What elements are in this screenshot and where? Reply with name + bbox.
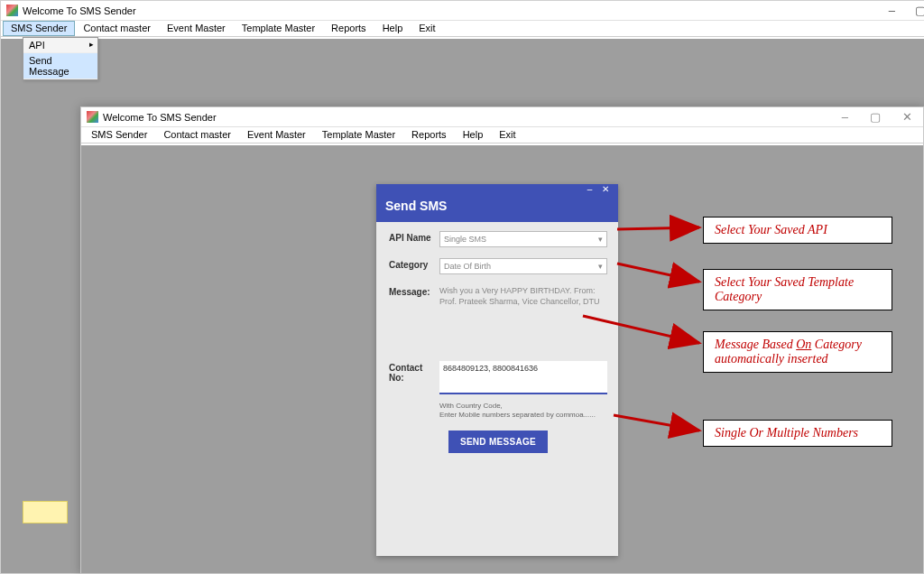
category-select[interactable]: Date Of Birth ▾	[439, 258, 607, 274]
contact-no-input[interactable]: 8684809123, 8800841636	[439, 361, 607, 394]
back-menubar: SMS Sender Contact master Event Master T…	[1, 21, 924, 37]
dialog-window-controls[interactable]: – ✕	[587, 184, 613, 194]
dialog-title: Send SMS	[376, 195, 618, 222]
api-name-label: API Name	[389, 231, 439, 247]
message-label: Message:	[389, 285, 439, 307]
callout-category: Select Your Saved Template Category	[703, 269, 892, 310]
back-titlebar: Welcome To SMS Sender – ▢ ✕	[1, 1, 924, 21]
callout-api: Select Your Saved API	[703, 217, 892, 244]
dropdown-caret-icon: ▾	[598, 262, 603, 271]
front-menubar: SMS Sender Contact master Event Master T…	[81, 127, 923, 144]
front-close-button[interactable]: ✕	[899, 107, 916, 129]
api-name-select[interactable]: Single SMS ▾	[439, 231, 607, 247]
front-menu-sms-sender[interactable]: SMS Sender	[83, 127, 155, 143]
front-menu-exit[interactable]: Exit	[491, 127, 523, 143]
back-menu-contact-master[interactable]: Contact master	[75, 21, 159, 36]
front-titlebar: Welcome To SMS Sender – ▢ ✕	[81, 107, 923, 127]
callout-contact: Single Or Multiple Numbers	[703, 420, 892, 447]
submenu-arrow-icon: ▸	[89, 40, 94, 49]
message-text: Wish you a Very HAPPY BIRTHDAY. From: Pr…	[439, 285, 607, 307]
yellow-note	[23, 501, 68, 523]
send-sms-form: API Name Single SMS ▾ Category Date Of B…	[376, 222, 618, 460]
front-menu-contact-master[interactable]: Contact master	[155, 127, 239, 143]
dialog-chrome: – ✕	[376, 184, 618, 195]
front-title: Welcome To SMS Sender	[103, 107, 217, 127]
app-icon	[87, 111, 98, 123]
dropdown-send-message-label: Send Message	[29, 55, 69, 77]
back-menu-sms-sender[interactable]: SMS Sender	[3, 21, 75, 36]
front-menu-event-master[interactable]: Event Master	[239, 127, 314, 143]
back-menu-help[interactable]: Help	[374, 21, 411, 36]
front-menu-help[interactable]: Help	[455, 127, 492, 143]
back-menu-event-master[interactable]: Event Master	[159, 21, 234, 36]
callout-message: Message Based On Category automatically …	[703, 331, 892, 373]
contact-no-label: Contact No:	[389, 361, 439, 420]
send-message-button[interactable]: SEND MESSAGE	[448, 430, 548, 453]
front-minimize-button[interactable]: –	[838, 107, 852, 129]
send-sms-dialog: – ✕ Send SMS API Name Single SMS ▾ Categ…	[376, 184, 618, 556]
back-minimize-button[interactable]: –	[885, 1, 899, 21]
category-value: Date Of Birth	[444, 262, 491, 271]
back-title: Welcome To SMS Sender	[23, 1, 136, 21]
app-icon	[6, 5, 18, 16]
api-name-value: Single SMS	[444, 235, 486, 244]
back-menu-reports[interactable]: Reports	[323, 21, 374, 36]
category-label: Category	[389, 258, 439, 274]
front-menu-template-master[interactable]: Template Master	[314, 127, 403, 143]
back-maximize-button[interactable]: ▢	[911, 1, 924, 21]
front-menu-reports[interactable]: Reports	[403, 127, 455, 143]
back-menu-template-master[interactable]: Template Master	[234, 21, 323, 36]
dropdown-api-item[interactable]: API ▸	[23, 38, 97, 53]
back-menu-exit[interactable]: Exit	[411, 21, 443, 36]
contact-helper-text: With Country Code, Enter Mobile numbers …	[439, 402, 607, 420]
dropdown-caret-icon: ▾	[598, 235, 603, 244]
dropdown-api-label: API	[29, 40, 45, 51]
sms-sender-dropdown: API ▸ Send Message	[23, 37, 98, 80]
front-maximize-button[interactable]: ▢	[866, 107, 884, 129]
dropdown-send-message-item[interactable]: Send Message	[23, 53, 97, 79]
